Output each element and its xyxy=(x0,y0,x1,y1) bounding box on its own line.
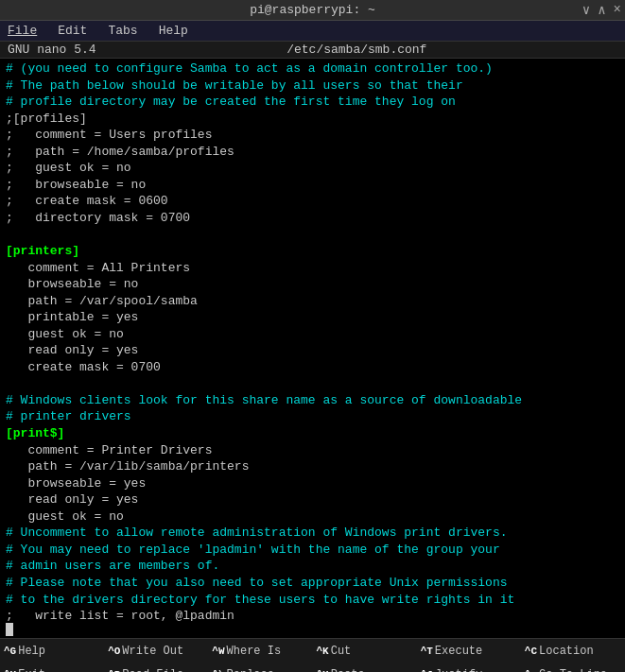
editor-line: ; directory mask = 0700 xyxy=(6,210,619,227)
shortcut-label: Write Out xyxy=(122,645,183,658)
shortcut-item[interactable]: ^K Cut xyxy=(312,639,416,663)
editor-line: # printer drivers xyxy=(6,408,619,425)
editor-line: ; guest ok = no xyxy=(6,160,619,177)
shortcut-label: Justify xyxy=(435,668,482,672)
menu-tabs[interactable]: Tabs xyxy=(106,23,139,39)
editor-line: path = /var/spool/samba xyxy=(6,293,619,310)
shortcut-label: Execute xyxy=(435,645,482,658)
minimize-icon[interactable]: ∨ xyxy=(582,2,590,18)
editor-line: # (you need to configure Samba to act as… xyxy=(6,60,619,78)
shortcut-label: Where Is xyxy=(227,645,282,658)
editor-line: browseable = yes xyxy=(6,475,619,492)
editor-line: path = /var/lib/samba/printers xyxy=(6,458,619,475)
menu-help[interactable]: Help xyxy=(157,23,190,39)
shortcut-item[interactable]: ^\ Replace xyxy=(208,663,312,673)
shortcut-label: Replace xyxy=(227,668,274,672)
editor-line: guest ok = no xyxy=(6,508,619,526)
shortcut-key: ^C xyxy=(525,646,537,657)
menu-edit[interactable]: Edit xyxy=(56,23,89,39)
titlebar-controls[interactable]: ∨ ∧ × xyxy=(582,2,621,18)
editor-line: # Please note that you also need to set … xyxy=(6,575,619,592)
editor-line: read only = yes xyxy=(6,491,619,508)
shortcut-key: ^O xyxy=(108,646,120,657)
nano-filename: /etc/samba/smb.conf xyxy=(286,43,426,57)
shortcut-key: ^G xyxy=(4,646,16,657)
editor-line: [print$] xyxy=(6,425,619,442)
nano-version: GNU nano 5.4 xyxy=(8,43,96,57)
editor-line: ; comment = Users profiles xyxy=(6,127,619,144)
editor-line: browseable = no xyxy=(6,276,619,293)
editor-line: ; create mask = 0600 xyxy=(6,193,619,210)
editor-line: comment = All Printers xyxy=(6,260,619,277)
editor-line: ; write list = root, @lpadmin xyxy=(6,608,619,621)
shortcut-item[interactable]: ^R Read File xyxy=(104,663,208,673)
editor-line: printable = yes xyxy=(6,309,619,326)
titlebar-title: pi@raspberrypi: ~ xyxy=(250,3,375,17)
shortcut-label: Help xyxy=(18,645,45,658)
editor-line xyxy=(6,226,619,243)
shortcut-bar: ^G Help ^O Write Out ^W Where Is ^K Cut … xyxy=(0,638,625,672)
shortcut-item[interactable]: ^T Execute xyxy=(417,639,521,663)
statusbar xyxy=(0,621,625,638)
editor-line: # The path below should be writable by a… xyxy=(6,78,619,95)
editor-line xyxy=(6,375,619,392)
shortcut-item[interactable]: ^G Help xyxy=(0,639,104,663)
shortcut-label: Paste xyxy=(331,668,365,672)
editor-line: create mask = 0700 xyxy=(6,359,619,376)
editor-line: ; path = /home/samba/profiles xyxy=(6,144,619,161)
close-icon[interactable]: × xyxy=(614,2,621,18)
shortcut-label: Cut xyxy=(331,645,352,658)
shortcut-item[interactable]: ^_ Go To Line xyxy=(521,663,625,673)
shortcut-label: Location xyxy=(539,645,594,658)
shortcut-key: ^T xyxy=(421,646,433,657)
shortcut-key: ^W xyxy=(212,646,224,657)
editor-line: guest ok = no xyxy=(6,326,619,343)
cursor xyxy=(6,623,13,636)
editor-line: # profile directory may be created the f… xyxy=(6,94,619,111)
editor-line: [printers] xyxy=(6,243,619,260)
editor-line: # Windows clients look for this share na… xyxy=(6,392,619,409)
editor-line: ;[profiles] xyxy=(6,111,619,128)
editor-line: # Uncomment to allow remote administrati… xyxy=(6,525,619,542)
editor-line: # admin users are members of. xyxy=(6,558,619,575)
maximize-icon[interactable]: ∧ xyxy=(598,2,605,18)
menubar[interactable]: File Edit Tabs Help xyxy=(0,21,625,42)
menu-file[interactable]: File xyxy=(6,23,39,39)
shortcut-item[interactable]: ^U Paste xyxy=(312,663,416,673)
shortcut-label: Read File xyxy=(122,668,183,672)
shortcut-key: ^K xyxy=(316,646,328,657)
shortcut-label: Exit xyxy=(18,668,45,672)
shortcut-item[interactable]: ^W Where Is xyxy=(208,639,312,663)
nano-header: GNU nano 5.4 /etc/samba/smb.conf xyxy=(0,42,625,59)
editor-line: # You may need to replace 'lpadmin' with… xyxy=(6,542,619,559)
titlebar: pi@raspberrypi: ~ ∨ ∧ × xyxy=(0,0,625,21)
editor-line: read only = yes xyxy=(6,342,619,359)
editor-line: # to the drivers directory for these use… xyxy=(6,592,619,609)
editor-line: ; browseable = no xyxy=(6,177,619,194)
shortcut-label: Go To Line xyxy=(539,668,607,672)
editor-line: comment = Printer Drivers xyxy=(6,442,619,459)
shortcut-item[interactable]: ^O Write Out xyxy=(104,639,208,663)
shortcut-item[interactable]: ^X Exit xyxy=(0,663,104,673)
shortcut-item[interactable]: ^J Justify xyxy=(417,663,521,673)
editor[interactable]: # (you need to configure Samba to act as… xyxy=(0,59,625,621)
shortcut-item[interactable]: ^C Location xyxy=(521,639,625,663)
